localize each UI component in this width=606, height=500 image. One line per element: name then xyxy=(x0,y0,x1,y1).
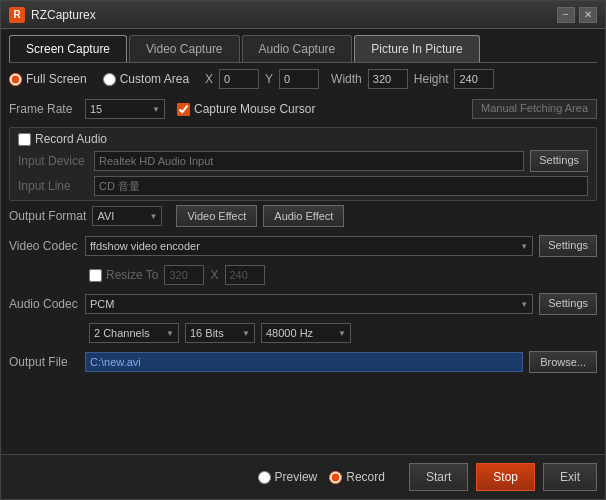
record-radio-label[interactable]: Record xyxy=(329,470,385,484)
audio-codec-settings-button[interactable]: Settings xyxy=(539,293,597,315)
capture-mouse-label[interactable]: Capture Mouse Cursor xyxy=(177,102,315,116)
minimize-button[interactable]: − xyxy=(557,7,575,23)
record-audio-section: Record Audio Input Device Settings Input… xyxy=(9,127,597,201)
record-label: Record xyxy=(346,470,385,484)
frame-rate-row: Frame Rate 15 Capture Mouse Cursor Manua… xyxy=(9,99,597,119)
output-file-label: Output File xyxy=(9,355,79,369)
output-format-row: Output Format AVI Video Effect Audio Eff… xyxy=(9,205,597,227)
mode-radio-group: Preview Record xyxy=(258,470,385,484)
y-input[interactable] xyxy=(279,69,319,89)
audio-codec-dropdown[interactable]: PCM xyxy=(85,294,533,314)
main-content: Screen Capture Video Capture Audio Captu… xyxy=(1,29,605,454)
input-device-label: Input Device xyxy=(18,154,88,168)
output-file-input[interactable] xyxy=(85,352,523,372)
freq-value: 48000 Hz xyxy=(266,327,313,339)
video-codec-row: Video Codec ffdshow video encoder Settin… xyxy=(9,235,597,257)
custom-area-radio-label[interactable]: Custom Area xyxy=(103,72,189,86)
input-device-input[interactable] xyxy=(94,151,524,171)
record-audio-text: Record Audio xyxy=(35,132,107,146)
bits-dropdown[interactable]: 16 Bits xyxy=(185,323,255,343)
frame-rate-label: Frame Rate xyxy=(9,102,79,116)
capture-mouse-text: Capture Mouse Cursor xyxy=(194,102,315,116)
output-format-label: Output Format xyxy=(9,209,86,223)
input-device-row: Input Device Settings xyxy=(18,150,588,172)
resize-x-label: X xyxy=(210,268,218,282)
exit-button[interactable]: Exit xyxy=(543,463,597,491)
video-codec-label: Video Codec xyxy=(9,239,79,253)
titlebar: R RZCapturex − ✕ xyxy=(1,1,605,29)
preview-radio-label[interactable]: Preview xyxy=(258,470,318,484)
stop-button[interactable]: Stop xyxy=(476,463,535,491)
preview-radio[interactable] xyxy=(258,471,271,484)
video-codec-dropdown[interactable]: ffdshow video encoder xyxy=(85,236,533,256)
resize-y-input[interactable] xyxy=(225,265,265,285)
custom-area-radio[interactable] xyxy=(103,73,116,86)
y-label: Y xyxy=(265,72,273,86)
app-icon: R xyxy=(9,7,25,23)
channels-value: 2 Channels xyxy=(94,327,150,339)
audio-effect-button[interactable]: Audio Effect xyxy=(263,205,344,227)
custom-area-label: Custom Area xyxy=(120,72,189,86)
record-audio-checkbox[interactable] xyxy=(18,133,31,146)
browse-button[interactable]: Browse... xyxy=(529,351,597,373)
bottom-bar: Preview Record Start Stop Exit xyxy=(1,454,605,499)
resize-text: Resize To xyxy=(106,268,158,282)
record-audio-row: Record Audio xyxy=(18,132,588,146)
resize-row: Resize To X xyxy=(9,265,597,285)
audio-settings-row: 2 Channels 16 Bits 48000 Hz xyxy=(9,323,597,343)
start-button[interactable]: Start xyxy=(409,463,468,491)
audio-codec-value: PCM xyxy=(90,298,114,310)
x-label: X xyxy=(205,72,213,86)
main-window: R RZCapturex − ✕ Screen Capture Video Ca… xyxy=(0,0,606,500)
tab-video-capture[interactable]: Video Capture xyxy=(129,35,240,62)
frame-rate-value: 15 xyxy=(90,103,102,115)
input-device-settings-button[interactable]: Settings xyxy=(530,150,588,172)
freq-dropdown[interactable]: 48000 Hz xyxy=(261,323,351,343)
tab-screen-capture[interactable]: Screen Capture xyxy=(9,35,127,62)
channels-dropdown[interactable]: 2 Channels xyxy=(89,323,179,343)
input-line-input[interactable] xyxy=(94,176,588,196)
height-label: Height xyxy=(414,72,449,86)
record-radio[interactable] xyxy=(329,471,342,484)
output-format-dropdown[interactable]: AVI xyxy=(92,206,162,226)
frame-rate-dropdown[interactable]: 15 xyxy=(85,99,165,119)
window-controls: − ✕ xyxy=(557,7,597,23)
resize-x-input[interactable] xyxy=(164,265,204,285)
input-line-row: Input Line xyxy=(18,176,588,196)
video-codec-settings-button[interactable]: Settings xyxy=(539,235,597,257)
width-label: Width xyxy=(331,72,362,86)
tab-picture-in-picture[interactable]: Picture In Picture xyxy=(354,35,479,62)
full-screen-radio[interactable] xyxy=(9,73,22,86)
audio-codec-label: Audio Codec xyxy=(9,297,79,311)
audio-codec-row: Audio Codec PCM Settings xyxy=(9,293,597,315)
output-format-value: AVI xyxy=(97,210,114,222)
input-line-label: Input Line xyxy=(18,179,88,193)
width-input[interactable] xyxy=(368,69,408,89)
output-file-row: Output File Browse... xyxy=(9,351,597,373)
bits-value: 16 Bits xyxy=(190,327,224,339)
capture-mouse-checkbox[interactable] xyxy=(177,103,190,116)
close-button[interactable]: ✕ xyxy=(579,7,597,23)
manual-fetch-button[interactable]: Manual Fetching Area xyxy=(472,99,597,119)
resize-checkbox[interactable] xyxy=(89,269,102,282)
tab-bar: Screen Capture Video Capture Audio Captu… xyxy=(9,35,597,63)
resize-label[interactable]: Resize To xyxy=(89,268,158,282)
app-title: RZCapturex xyxy=(31,8,557,22)
tab-audio-capture[interactable]: Audio Capture xyxy=(242,35,353,62)
video-effect-button[interactable]: Video Effect xyxy=(176,205,257,227)
record-audio-label[interactable]: Record Audio xyxy=(18,132,107,146)
height-input[interactable] xyxy=(454,69,494,89)
video-codec-value: ffdshow video encoder xyxy=(90,240,200,252)
x-input[interactable] xyxy=(219,69,259,89)
full-screen-radio-label[interactable]: Full Screen xyxy=(9,72,87,86)
preview-label: Preview xyxy=(275,470,318,484)
capture-mode-row: Full Screen Custom Area X Y Width Height xyxy=(9,67,597,91)
full-screen-label: Full Screen xyxy=(26,72,87,86)
